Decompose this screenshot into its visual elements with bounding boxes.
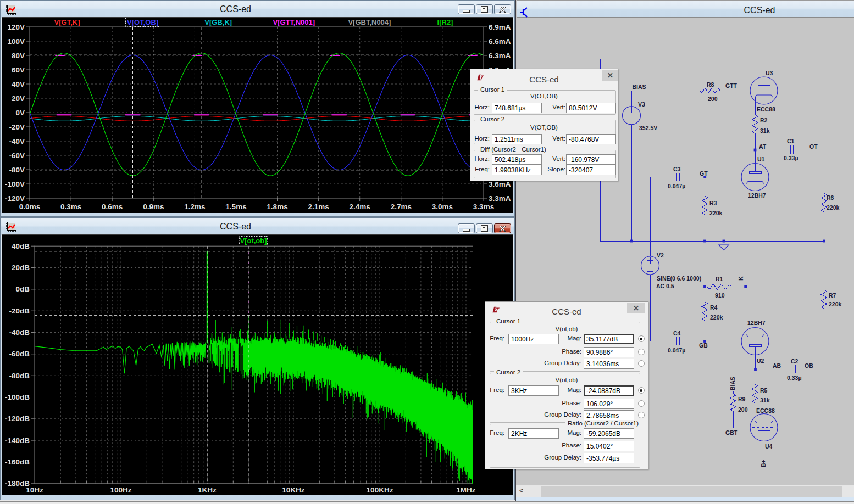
svg-text:C4: C4 xyxy=(673,330,681,337)
svg-text:R1: R1 xyxy=(716,276,723,282)
svg-text:220k: 220k xyxy=(827,204,840,211)
svg-text:OT: OT xyxy=(809,143,818,150)
svg-text:2.4ms: 2.4ms xyxy=(350,203,370,211)
svg-text:R8: R8 xyxy=(707,81,714,88)
svg-text:120V: 120V xyxy=(7,23,25,31)
svg-text:6.9mA: 6.9mA xyxy=(489,23,511,31)
svg-text:V[OT,OB]: V[OT,OB] xyxy=(127,18,158,26)
svg-text:V2: V2 xyxy=(657,252,664,259)
svg-text:220k: 220k xyxy=(709,210,723,216)
svg-text:3.3mA: 3.3mA xyxy=(489,194,511,203)
svg-text:-100dB: -100dB xyxy=(5,393,30,401)
svg-text:B+: B+ xyxy=(760,460,767,467)
svg-text:3.3ms: 3.3ms xyxy=(473,203,494,211)
svg-text:6.6mA: 6.6mA xyxy=(489,37,511,46)
svg-text:100V: 100V xyxy=(7,37,25,46)
svg-text:GTT: GTT xyxy=(725,82,737,89)
svg-text:0V: 0V xyxy=(15,109,25,117)
svg-text:-120dB: -120dB xyxy=(5,415,30,423)
svg-text:U2: U2 xyxy=(757,357,764,364)
svg-text:OB: OB xyxy=(805,362,813,369)
svg-text:12BH7: 12BH7 xyxy=(747,320,766,326)
svg-text:0.33µ: 0.33µ xyxy=(787,374,802,381)
svg-text:U3: U3 xyxy=(766,70,773,76)
svg-text:U1: U1 xyxy=(757,156,765,163)
svg-text:1.2ms: 1.2ms xyxy=(184,203,205,211)
svg-text:GBT: GBT xyxy=(725,429,738,436)
svg-text:V[ot,ob]: V[ot,ob] xyxy=(240,237,267,245)
svg-text:1.8ms: 1.8ms xyxy=(267,203,287,211)
svg-text:0.9ms: 0.9ms xyxy=(143,203,164,211)
svg-text:C1: C1 xyxy=(787,138,795,144)
svg-text:V[GB,K]: V[GB,K] xyxy=(204,18,232,26)
svg-text:GB: GB xyxy=(699,342,708,349)
svg-text:R6: R6 xyxy=(827,194,834,201)
svg-text:2.7ms: 2.7ms xyxy=(391,203,412,211)
svg-text:220k: 220k xyxy=(829,301,842,307)
svg-text:910: 910 xyxy=(715,292,725,299)
svg-text:200: 200 xyxy=(738,406,748,413)
svg-text:31k: 31k xyxy=(760,127,770,134)
svg-text:0.3ms: 0.3ms xyxy=(60,203,81,211)
svg-text:-80V: -80V xyxy=(9,166,25,174)
svg-text:352.5V: 352.5V xyxy=(639,125,657,131)
svg-text:2.1ms: 2.1ms xyxy=(308,203,329,211)
svg-text:SINE(0 6.6 1000): SINE(0 6.6 1000) xyxy=(657,275,701,282)
svg-text:1KHz: 1KHz xyxy=(198,486,217,494)
svg-text:0.6ms: 0.6ms xyxy=(102,203,123,211)
svg-text:1MHz: 1MHz xyxy=(456,486,476,494)
svg-text:U4: U4 xyxy=(765,443,773,450)
svg-text:R4: R4 xyxy=(710,304,718,311)
svg-text:BIAS: BIAS xyxy=(729,377,736,390)
svg-text:-160dB: -160dB xyxy=(5,458,30,466)
svg-text:V[GTT,N001]: V[GTT,N001] xyxy=(273,18,315,26)
svg-text:0.0ms: 0.0ms xyxy=(19,203,40,211)
svg-text:-40V: -40V xyxy=(9,137,25,145)
svg-text:0dB: 0dB xyxy=(15,285,30,293)
svg-text:10KHz: 10KHz xyxy=(282,486,305,494)
svg-text:60V: 60V xyxy=(12,66,25,74)
svg-text:100Hz: 100Hz xyxy=(110,486,131,494)
svg-text:GT: GT xyxy=(700,170,708,177)
svg-text:R9: R9 xyxy=(738,396,746,402)
svg-text:-20dB: -20dB xyxy=(9,307,30,315)
svg-text:-60dB: -60dB xyxy=(9,350,30,358)
svg-text:AT: AT xyxy=(759,143,767,150)
svg-text:-20V: -20V xyxy=(9,123,25,131)
svg-text:1.5ms: 1.5ms xyxy=(225,203,246,211)
svg-text:V[GT,K]: V[GT,K] xyxy=(54,18,80,26)
svg-text:40V: 40V xyxy=(12,80,25,88)
svg-text:-120V: -120V xyxy=(5,194,25,203)
svg-text:C3: C3 xyxy=(673,166,681,172)
svg-text:R2: R2 xyxy=(760,117,768,124)
svg-text:100KHz: 100KHz xyxy=(367,486,393,494)
svg-text:-140dB: -140dB xyxy=(5,436,30,445)
svg-text:20dB: 20dB xyxy=(12,264,30,272)
svg-text:-100V: -100V xyxy=(5,180,25,188)
svg-text:12BH7: 12BH7 xyxy=(748,192,766,199)
svg-text:0.047µ: 0.047µ xyxy=(668,183,685,189)
svg-text:220k: 220k xyxy=(710,314,723,321)
svg-text:BIAS: BIAS xyxy=(633,83,646,90)
svg-text:0.047µ: 0.047µ xyxy=(668,347,685,354)
svg-text:10Hz: 10Hz xyxy=(26,486,43,494)
svg-text:AC 0.5: AC 0.5 xyxy=(656,283,674,289)
svg-text:V3: V3 xyxy=(638,101,645,108)
svg-text:80V: 80V xyxy=(12,52,25,60)
svg-text:20V: 20V xyxy=(12,94,25,103)
svg-text:31k: 31k xyxy=(760,397,770,404)
svg-text:R5: R5 xyxy=(760,387,768,394)
svg-text:6.3mA: 6.3mA xyxy=(489,52,511,60)
svg-text:ECC88: ECC88 xyxy=(757,106,775,113)
svg-text:V[GBT,N004]: V[GBT,N004] xyxy=(348,18,391,26)
svg-text:3.0ms: 3.0ms xyxy=(432,203,453,211)
svg-text:200: 200 xyxy=(708,96,718,102)
svg-text:AB: AB xyxy=(773,362,781,369)
svg-text:R3: R3 xyxy=(709,200,717,206)
svg-text:-40dB: -40dB xyxy=(9,328,30,337)
svg-text:-80dB: -80dB xyxy=(9,372,30,380)
svg-text:-60V: -60V xyxy=(9,152,25,160)
svg-text:K: K xyxy=(737,276,744,281)
svg-text:0.33µ: 0.33µ xyxy=(784,155,798,161)
svg-text:ECC88: ECC88 xyxy=(756,407,775,414)
